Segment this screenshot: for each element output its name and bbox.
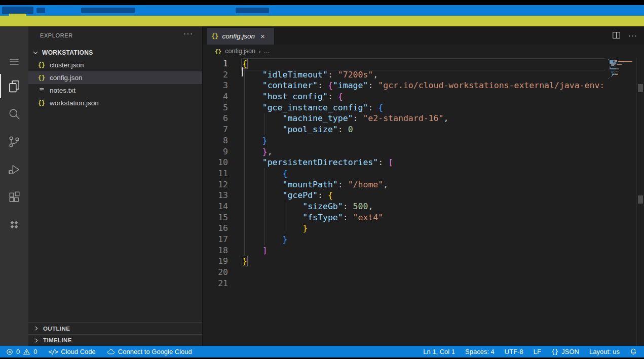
code-text: "idleTimeout": "7200s", — [242, 70, 378, 79]
code-line[interactable]: 6 "machine_type": "e2-standard-16", — [203, 113, 605, 124]
redacted-text-block — [236, 8, 269, 13]
code-line[interactable]: 3 "container": {"image": "gcr.io/cloud-w… — [203, 80, 605, 91]
code-text: "persistentDirectories": [ — [242, 157, 393, 167]
redacted-text-block — [36, 8, 45, 13]
line-number: 19 — [203, 256, 228, 267]
top-black-strip — [0, 0, 644, 5]
scrollbar-mark[interactable] — [638, 195, 643, 204]
notifications-bell-icon[interactable] — [630, 348, 637, 355]
editor-scrollbar — [636, 58, 644, 346]
connect-google-cloud-button[interactable]: Connect to Google Cloud — [107, 348, 192, 355]
code-line[interactable]: 19} — [203, 256, 605, 267]
line-number: 3 — [203, 80, 228, 91]
file-item-notes.txt[interactable]: notes.txt — [28, 84, 202, 97]
folder-workstations[interactable]: WORKSTATIONS — [28, 47, 202, 59]
code-line[interactable]: 21 — [203, 278, 605, 289]
breadcrumb-file[interactable]: config.json — [225, 48, 255, 55]
file-item-cluster.json[interactable]: {}cluster.json — [28, 59, 202, 71]
code-text: "fsType": "ext4" — [242, 213, 383, 222]
code-line[interactable]: 11 { — [203, 168, 605, 179]
scrollbar-thumb[interactable] — [638, 84, 643, 92]
file-item-config.json[interactable]: {}config.json — [28, 71, 202, 84]
code-editor[interactable]: 1{2 "idleTimeout": "7200s",3 "container"… — [203, 58, 605, 346]
file-label: cluster.json — [50, 61, 84, 69]
line-number: 21 — [203, 278, 228, 289]
line-number: 9 — [203, 146, 228, 157]
code-line[interactable]: 14 "sizeGb": 500, — [203, 201, 605, 212]
file-label: config.json — [50, 74, 83, 82]
code-line[interactable]: 4 "host_config": { — [203, 91, 605, 102]
code-tag-icon: </> — [48, 348, 58, 355]
tab-config-json[interactable]: {} config.json × — [207, 28, 274, 45]
file-item-workstation.json[interactable]: {}workstation.json — [28, 97, 202, 109]
sidebar-item-cloud-code[interactable] — [0, 213, 28, 237]
keyboard-layout[interactable]: Layout: us — [589, 348, 620, 355]
file-label: notes.txt — [50, 87, 75, 94]
code-line[interactable]: 17 } — [203, 234, 605, 245]
language-mode[interactable]: {} JSON — [551, 348, 579, 355]
code-line[interactable]: 8 } — [203, 135, 605, 146]
breadcrumb-more[interactable]: … — [263, 48, 270, 55]
redacted-text-block — [2, 7, 33, 14]
line-number: 8 — [203, 135, 228, 146]
code-text: { — [242, 169, 287, 178]
line-number: 4 — [203, 91, 228, 102]
code-text: "sizeGb": 500, — [242, 202, 373, 211]
folder-label: WORKSTATIONS — [42, 49, 93, 56]
json-file-icon: {} — [37, 74, 46, 82]
code-line[interactable]: 20 — [203, 267, 605, 278]
file-label: workstation.json — [50, 99, 99, 107]
panel-timeline[interactable]: TIMELINE — [28, 334, 202, 346]
eol-setting[interactable]: LF — [534, 348, 541, 355]
explorer-title: EXPLORER — [40, 32, 73, 38]
code-line[interactable]: 12 "mountPath": "/home", — [203, 179, 605, 190]
code-line[interactable]: 13 "gcePd": { — [203, 190, 605, 201]
code-line[interactable]: 16 } — [203, 223, 605, 234]
cursor-position[interactable]: Ln 1, Col 1 — [423, 348, 455, 355]
code-line[interactable]: 7 "pool_size": 0 — [203, 124, 605, 135]
code-line[interactable]: 15 "fsType": "ext4" — [203, 212, 605, 223]
git-branch-icon — [8, 135, 21, 148]
code-line[interactable]: 18 ] — [203, 245, 605, 256]
vscode-window: EXPLORER ··· WORKSTATIONS {}cluster.json… — [0, 0, 644, 359]
code-line[interactable]: 10 "persistentDirectories": [ — [203, 157, 605, 168]
indentation-setting[interactable]: Spaces: 4 — [465, 348, 495, 355]
breadcrumb: {} config.json › … — [203, 45, 644, 58]
cloud-code-label: Cloud Code — [61, 348, 96, 355]
code-line[interactable]: 9 }, — [203, 146, 605, 157]
json-file-icon: {} — [37, 62, 46, 69]
code-line[interactable]: 2 "idleTimeout": "7200s", — [203, 69, 605, 81]
notification-banner — [0, 16, 644, 26]
line-number: 17 — [203, 234, 228, 245]
code-line[interactable]: 5 "gce_instance_config": { — [203, 102, 605, 113]
line-number: 16 — [203, 223, 228, 234]
code-text: } — [242, 136, 268, 145]
encoding-setting[interactable]: UTF-8 — [505, 348, 523, 355]
error-count: 0 — [16, 348, 20, 355]
line-number: 12 — [203, 179, 228, 190]
warning-count: 0 — [33, 348, 37, 355]
files-icon — [8, 79, 21, 93]
sidebar-item-run-debug[interactable] — [0, 157, 28, 182]
problems-indicator[interactable]: 0 0 — [6, 348, 37, 355]
minimap[interactable] — [607, 58, 636, 346]
sidebar-item-extensions[interactable] — [0, 185, 28, 210]
explorer-more-button[interactable]: ··· — [183, 29, 193, 38]
panel-outline[interactable]: OUTLINE — [28, 322, 202, 334]
menu-icon[interactable] — [0, 50, 28, 74]
cloud-code-button[interactable]: </> Cloud Code — [48, 348, 95, 355]
json-file-icon: {} — [37, 100, 46, 107]
tab-close-icon[interactable]: × — [260, 32, 265, 40]
chevron-right-icon — [33, 325, 40, 332]
split-editor-icon[interactable] — [612, 30, 621, 40]
sidebar-item-search[interactable] — [0, 102, 28, 126]
editor-more-icon[interactable]: ··· — [628, 31, 637, 39]
line-number: 18 — [203, 245, 228, 256]
sidebar-item-explorer[interactable] — [0, 74, 28, 98]
code-text: "container": {"image": "gcr.io/cloud-wor… — [242, 81, 604, 90]
code-line[interactable]: 1{ — [203, 58, 605, 69]
connect-label: Connect to Google Cloud — [118, 348, 192, 355]
sidebar-item-source-control[interactable] — [0, 130, 28, 154]
extensions-icon — [8, 191, 21, 204]
editor-actions: ··· — [612, 30, 637, 40]
